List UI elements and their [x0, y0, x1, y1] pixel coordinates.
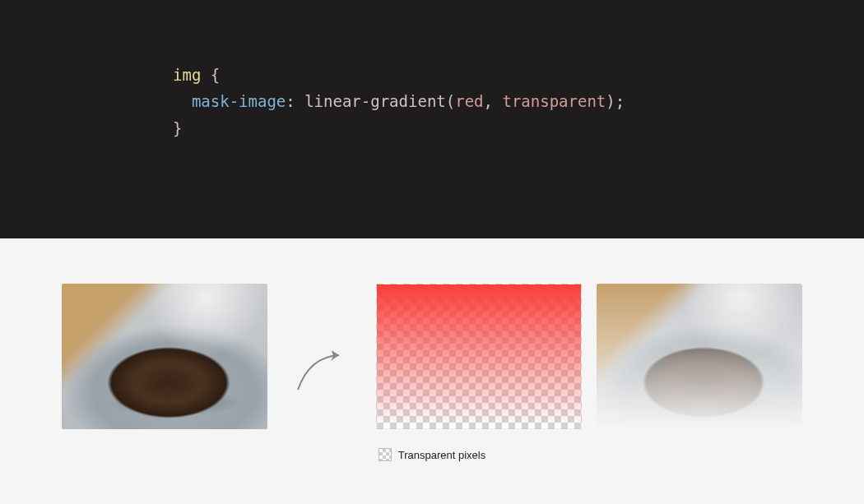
code-open-brace: {	[211, 66, 220, 84]
brownie-photo-masked	[597, 284, 802, 429]
code-close-brace: }	[173, 119, 182, 137]
legend: Transparent pixels	[0, 448, 864, 461]
code-selector: img	[173, 66, 201, 84]
code-arg-transparent: transparent	[502, 92, 606, 110]
demo-panel: Transparent pixels	[0, 238, 864, 429]
code-function: linear-gradient	[304, 92, 446, 110]
css-code-block: img { mask-image: linear-gradient(red, t…	[173, 62, 864, 141]
legend-label: Transparent pixels	[398, 449, 485, 461]
code-colon: :	[286, 92, 295, 110]
gradient-mask	[376, 284, 582, 429]
brownie-photo	[62, 284, 267, 429]
masked-result-tile	[597, 284, 802, 429]
code-sep: ,	[484, 92, 493, 110]
gradient-mask-tile	[376, 284, 582, 429]
code-property: mask-image	[192, 92, 286, 110]
code-semicolon: ;	[615, 92, 625, 110]
arrow-icon	[282, 284, 360, 395]
code-close-paren: )	[606, 92, 615, 110]
transparency-swatch-icon	[379, 448, 392, 461]
original-image-tile	[62, 284, 267, 429]
code-panel: img { mask-image: linear-gradient(red, t…	[0, 0, 864, 238]
code-open-paren: (	[446, 92, 455, 110]
red-gradient-overlay	[377, 284, 581, 428]
code-arg-red: red	[455, 92, 483, 110]
